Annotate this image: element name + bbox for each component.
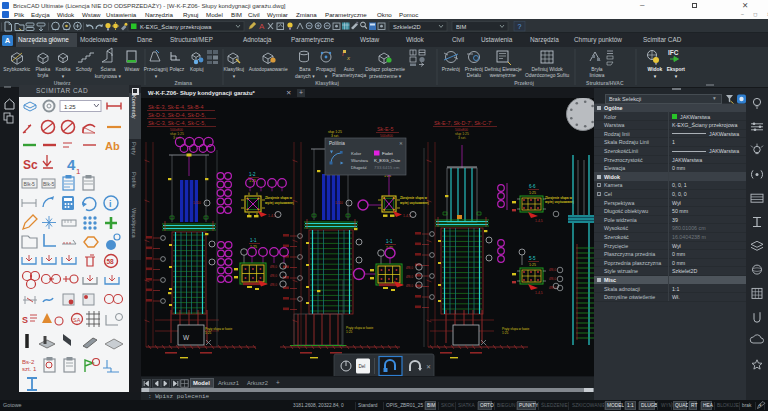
svg-text:1:25: 1:25 xyxy=(346,330,352,334)
svg-text:Warstwa: Warstwa xyxy=(351,158,368,163)
svg-text:1:25: 1:25 xyxy=(502,331,508,335)
svg-text:✕: ✕ xyxy=(426,364,431,370)
svg-text:1:25: 1:25 xyxy=(64,104,76,110)
svg-text:Blk-5: Blk-5 xyxy=(24,181,36,187)
svg-text:1-1: 1-1 xyxy=(250,238,257,243)
svg-text:K_EXG_Osie: K_EXG_Osie xyxy=(374,158,401,163)
svg-text:1-2: 1-2 xyxy=(249,172,256,177)
svg-text:6-6: 6-6 xyxy=(529,184,536,189)
svg-text:1:25: 1:25 xyxy=(529,191,536,195)
svg-text:3 szt.: 3 szt. xyxy=(331,134,339,138)
svg-text:4: 4 xyxy=(67,156,76,173)
svg-text:Sc: Sc xyxy=(23,158,38,172)
svg-text:Ø8,0: Ø8,0 xyxy=(270,274,277,278)
svg-text:Ø8,0: Ø8,0 xyxy=(549,286,556,290)
svg-text:1: 1 xyxy=(76,167,81,176)
svg-text:Kolor: Kolor xyxy=(351,151,362,156)
svg-text:Fiolet: Fiolet xyxy=(382,151,394,156)
svg-text:K-EXG_Ściany przekrojowa: K-EXG_Ściany przekrojowa xyxy=(140,23,212,30)
svg-text:1-1: 1-1 xyxy=(386,239,393,244)
svg-text:1:25: 1:25 xyxy=(529,263,536,267)
svg-text:733.6415 cm: 733.6415 cm xyxy=(374,165,400,170)
svg-text:IFC: IFC xyxy=(668,49,679,56)
svg-text:Ø8,0: Ø8,0 xyxy=(406,266,413,270)
svg-text:Długość: Długość xyxy=(351,165,368,170)
svg-text:1.110: 1.110 xyxy=(193,201,201,205)
svg-text:1.110: 1.110 xyxy=(335,201,343,205)
svg-text:Zbrojenie słupa w: Zbrojenie słupa w xyxy=(400,196,427,200)
svg-text:58: 58 xyxy=(107,258,115,265)
svg-text:Ab: Ab xyxy=(105,140,120,152)
svg-text:1-4,5: 1-4,5 xyxy=(535,291,543,295)
svg-text:i: i xyxy=(109,199,112,209)
svg-text:Ø8,0: Ø8,0 xyxy=(270,265,277,269)
svg-text:x: x xyxy=(346,55,351,61)
svg-text:Sk-E-5: Sk-E-5 xyxy=(377,126,393,132)
svg-text:Sk-E-7, Sk-D-7', Sk-C-7': Sk-E-7, Sk-D-7', Sk-C-7' xyxy=(434,120,492,126)
svg-text:SA: SA xyxy=(73,317,81,323)
svg-text:Ø8,0: Ø8,0 xyxy=(549,277,556,281)
svg-text:Del: Del xyxy=(359,364,366,369)
svg-text:wyżej usytuowanej: wyżej usytuowanej xyxy=(399,201,429,205)
svg-text:BIM: BIM xyxy=(456,24,466,30)
svg-text:1:25: 1:25 xyxy=(205,331,211,335)
svg-text:Blk-5: Blk-5 xyxy=(43,181,55,187)
svg-text:Ø8,0: Ø8,0 xyxy=(270,283,277,287)
svg-text:Ø8,0: Ø8,0 xyxy=(406,275,413,279)
svg-text:A: A xyxy=(259,22,265,31)
svg-text:Zbrojenie słupa w: Zbrojenie słupa w xyxy=(265,196,292,200)
svg-text:Bs-2: Bs-2 xyxy=(22,359,35,365)
svg-text:wyżej usytuowanej: wyżej usytuowanej xyxy=(544,200,574,204)
svg-text:Sk-E-3, Sk-E-4, Sk-B-4: Sk-E-3, Sk-E-4, Sk-B-4 xyxy=(148,104,203,110)
svg-text:Polilinia: Polilinia xyxy=(329,141,345,146)
svg-text:1-4,5: 1-4,5 xyxy=(535,219,543,223)
svg-text:S: S xyxy=(22,315,28,325)
svg-text:?: ? xyxy=(518,23,522,30)
svg-text:Ø8,0: Ø8,0 xyxy=(406,284,413,288)
svg-text:wyżej usytuowanej: wyżej usytuowanej xyxy=(264,201,294,205)
svg-text:Sk-D-3, Sk-D-4, Sk-D-5,: Sk-D-3, Sk-D-4, Sk-D-5, xyxy=(148,112,206,118)
svg-text:5-5: 5-5 xyxy=(529,256,536,261)
svg-text:W: W xyxy=(183,334,190,341)
svg-text:✕: ✕ xyxy=(399,141,403,146)
svg-text:Szkielet2D: Szkielet2D xyxy=(393,24,421,30)
svg-text:Sk-C-3, Sk-C-4, Sk-C-5,: Sk-C-3, Sk-C-4, Sk-C-5, xyxy=(148,120,206,126)
svg-text:szt. 1: szt. 1 xyxy=(22,366,37,372)
svg-text:3 szt.: 3 szt. xyxy=(458,136,466,140)
svg-text:Ø8,0: Ø8,0 xyxy=(549,268,556,272)
